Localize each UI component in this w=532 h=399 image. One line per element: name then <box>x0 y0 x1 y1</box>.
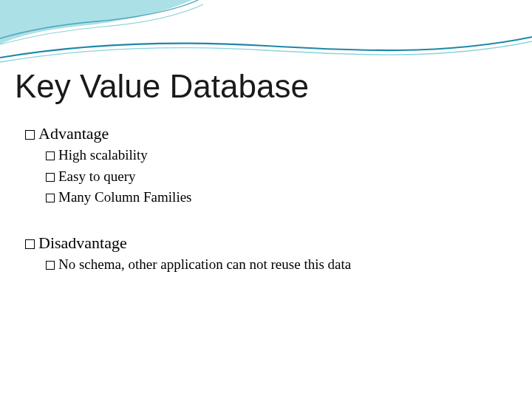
list-item: No schema, other application can not reu… <box>46 254 502 276</box>
list-item: High scalability <box>46 145 502 166</box>
list-item-text: High scalability <box>58 147 148 163</box>
square-bullet-icon <box>46 194 55 202</box>
list-item: Many Column Families <box>46 187 502 208</box>
wave-decoration <box>0 0 532 70</box>
disadvantage-items: No schema, other application can not reu… <box>46 254 502 276</box>
list-item: Easy to query <box>46 166 502 188</box>
section-heading-disadvantage: Disadvantage <box>25 233 502 253</box>
square-bullet-icon <box>25 239 35 249</box>
list-item-text: Many Column Families <box>58 189 192 205</box>
slide-title: Key Value Database <box>15 68 309 105</box>
square-bullet-icon <box>46 261 55 270</box>
section-heading-text: Disadvantage <box>38 233 127 252</box>
spacer <box>25 208 502 229</box>
square-bullet-icon <box>46 173 55 182</box>
square-bullet-icon <box>25 130 35 140</box>
slide-body: Advantage High scalability Easy to query… <box>25 120 502 275</box>
square-bullet-icon <box>46 151 55 160</box>
section-heading-text: Advantage <box>38 124 109 143</box>
section-heading-advantage: Advantage <box>25 124 502 143</box>
slide: Key Value Database Advantage High scalab… <box>0 0 532 399</box>
advantage-items: High scalability Easy to query Many Colu… <box>46 145 502 208</box>
list-item-text: Easy to query <box>58 168 135 184</box>
list-item-text: No schema, other application can not reu… <box>58 256 351 272</box>
